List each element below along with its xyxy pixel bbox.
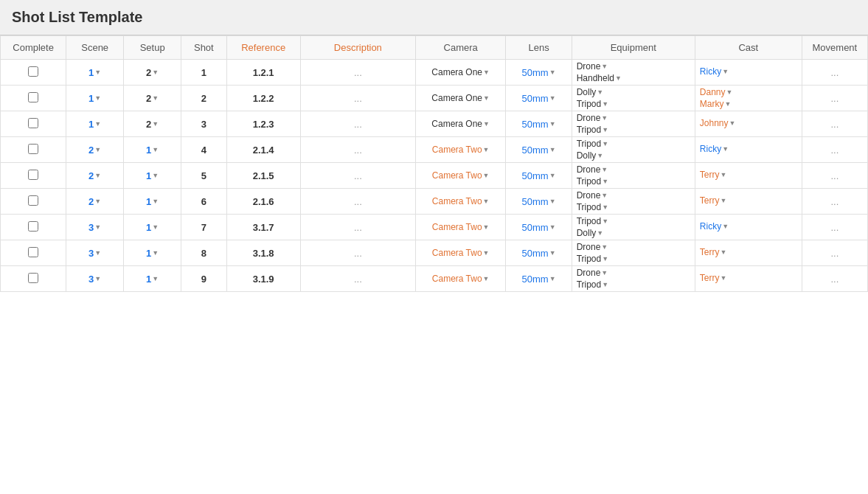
- description-cell: ...: [300, 189, 415, 215]
- equipment2-chevron[interactable]: ▼: [602, 255, 608, 262]
- equipment1-chevron[interactable]: ▼: [601, 63, 608, 70]
- equipment2-value: Tripod: [577, 125, 602, 135]
- equipment2-chevron[interactable]: ▼: [597, 152, 603, 159]
- movement-value: ...: [830, 119, 839, 130]
- equipment-cell: Tripod ▼ Dolly ▼: [572, 215, 695, 240]
- cast1-value: Ricky: [700, 221, 721, 232]
- cast1-chevron[interactable]: ▼: [726, 88, 733, 96]
- complete-checkbox[interactable]: [28, 66, 38, 77]
- setup-chevron[interactable]: ▼: [152, 275, 159, 282]
- cast1-chevron[interactable]: ▼: [722, 68, 729, 75]
- scene-chevron[interactable]: ▼: [94, 172, 101, 179]
- cast1-chevron[interactable]: ▼: [721, 171, 727, 178]
- scene-cell: 2 ▼: [66, 189, 124, 215]
- equipment1-chevron[interactable]: ▼: [601, 114, 608, 122]
- equipment2-chevron[interactable]: ▼: [597, 229, 603, 237]
- equipment1-chevron[interactable]: ▼: [597, 88, 603, 96]
- table-row: 3 ▼ 1 ▼ 9 3.1.9 ... Camera Two ▼: [1, 266, 868, 292]
- lens-chevron[interactable]: ▼: [549, 146, 556, 153]
- lens-chevron[interactable]: ▼: [549, 198, 556, 205]
- equipment1-chevron[interactable]: ▼: [601, 269, 608, 276]
- lens-chevron[interactable]: ▼: [549, 249, 556, 257]
- header-equipment: Equipment: [572, 36, 695, 60]
- scene-chevron[interactable]: ▼: [94, 69, 101, 76]
- complete-checkbox[interactable]: [28, 118, 38, 128]
- scene-chevron[interactable]: ▼: [94, 249, 101, 257]
- equipment2-chevron[interactable]: ▼: [602, 178, 608, 185]
- shot-value: 8: [201, 248, 206, 259]
- setup-chevron[interactable]: ▼: [152, 172, 159, 179]
- setup-chevron[interactable]: ▼: [152, 198, 159, 205]
- setup-chevron[interactable]: ▼: [152, 146, 159, 153]
- camera-chevron[interactable]: ▼: [483, 69, 490, 76]
- complete-checkbox[interactable]: [28, 221, 38, 232]
- cast1-chevron[interactable]: ▼: [729, 119, 736, 127]
- setup-chevron[interactable]: ▼: [152, 249, 159, 257]
- scene-chevron[interactable]: ▼: [94, 275, 101, 282]
- cast1-chevron[interactable]: ▼: [721, 197, 727, 204]
- shot-cell: 3: [181, 111, 226, 137]
- scene-chevron[interactable]: ▼: [94, 198, 101, 205]
- setup-chevron[interactable]: ▼: [152, 94, 159, 102]
- scene-chevron[interactable]: ▼: [94, 146, 101, 153]
- equipment1-chevron[interactable]: ▼: [601, 243, 608, 251]
- lens-chevron[interactable]: ▼: [549, 223, 556, 231]
- complete-checkbox[interactable]: [28, 273, 38, 283]
- camera-chevron[interactable]: ▼: [483, 223, 490, 231]
- equipment2-chevron[interactable]: ▼: [602, 203, 608, 211]
- scene-chevron[interactable]: ▼: [94, 94, 101, 102]
- setup-chevron[interactable]: ▼: [152, 223, 159, 231]
- complete-checkbox[interactable]: [28, 144, 38, 154]
- cast1-chevron[interactable]: ▼: [721, 248, 727, 256]
- shot-cell: 5: [181, 163, 226, 189]
- cast1-chevron[interactable]: ▼: [722, 223, 729, 230]
- lens-cell: 50mm ▼: [506, 111, 572, 137]
- cast2-chevron[interactable]: ▼: [725, 100, 732, 108]
- camera-chevron[interactable]: ▼: [483, 94, 490, 102]
- camera-chevron[interactable]: ▼: [483, 172, 490, 179]
- camera-chevron[interactable]: ▼: [483, 120, 490, 128]
- cast1-chevron[interactable]: ▼: [721, 274, 727, 282]
- table-row: 3 ▼ 1 ▼ 7 3.1.7 ... Camera Two ▼: [1, 215, 868, 240]
- lens-cell: 50mm ▼: [506, 86, 572, 111]
- camera-chevron[interactable]: ▼: [483, 275, 490, 282]
- setup-value: 1: [146, 170, 151, 181]
- complete-checkbox[interactable]: [28, 170, 38, 180]
- setup-chevron[interactable]: ▼: [152, 120, 159, 128]
- camera-chevron[interactable]: ▼: [483, 249, 490, 257]
- scene-value: 3: [88, 274, 94, 285]
- equipment1-chevron[interactable]: ▼: [601, 192, 608, 199]
- lens-chevron[interactable]: ▼: [549, 94, 556, 102]
- lens-chevron[interactable]: ▼: [549, 275, 556, 282]
- lens-value: 50mm: [522, 222, 549, 233]
- scene-cell: 1 ▼: [66, 111, 124, 137]
- complete-checkbox[interactable]: [28, 195, 38, 206]
- movement-cell: ...: [802, 189, 867, 215]
- camera-chevron[interactable]: ▼: [483, 146, 490, 153]
- complete-checkbox[interactable]: [28, 92, 38, 102]
- equipment1-chevron[interactable]: ▼: [602, 140, 608, 147]
- equipment2-chevron[interactable]: ▼: [615, 74, 622, 82]
- equipment2-chevron[interactable]: ▼: [602, 281, 608, 288]
- reference-cell: 2.1.4: [226, 137, 300, 163]
- lens-chevron[interactable]: ▼: [549, 120, 556, 128]
- camera-value: Camera One: [431, 119, 482, 129]
- cast1-chevron[interactable]: ▼: [722, 145, 729, 153]
- complete-checkbox[interactable]: [28, 247, 38, 257]
- equipment2-chevron[interactable]: ▼: [602, 100, 608, 108]
- setup-chevron[interactable]: ▼: [152, 69, 159, 76]
- reference-value: 3.1.9: [253, 274, 274, 285]
- shot-value: 4: [201, 145, 206, 156]
- lens-cell: 50mm ▼: [506, 240, 572, 266]
- equipment1-chevron[interactable]: ▼: [601, 166, 608, 173]
- lens-chevron[interactable]: ▼: [549, 172, 556, 179]
- scene-chevron[interactable]: ▼: [94, 223, 101, 231]
- shot-cell: 1: [181, 60, 226, 86]
- lens-chevron[interactable]: ▼: [549, 69, 556, 76]
- equipment1-chevron[interactable]: ▼: [602, 218, 608, 225]
- scene-chevron[interactable]: ▼: [94, 120, 101, 128]
- movement-cell: ...: [802, 163, 867, 189]
- header-cast: Cast: [695, 36, 802, 60]
- equipment2-chevron[interactable]: ▼: [602, 126, 608, 133]
- camera-chevron[interactable]: ▼: [483, 198, 490, 205]
